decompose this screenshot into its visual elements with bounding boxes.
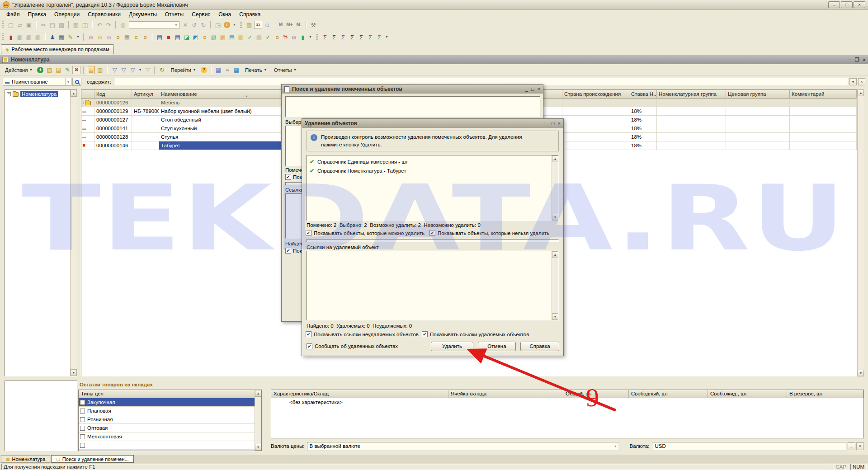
print-doc-icon[interactable]: ▥ [16,33,24,41]
chevron-down-icon[interactable] [65,78,71,85]
doc-person-icon[interactable]: ▤ [156,33,164,41]
windows-icon[interactable]: ◳ [214,21,222,29]
scroll-up-icon[interactable] [858,89,864,96]
price-types-scrollbar[interactable] [255,390,261,451]
toolbar-icon[interactable] [92,21,93,28]
invoice-icon[interactable]: ▤ [228,33,236,41]
bottom-tab-search-delete[interactable]: ▢ Поиск и удаление помечен... [51,455,133,463]
sum-red-icon[interactable]: Σ [321,33,329,41]
sum-store-icon[interactable]: Σ [366,33,374,41]
scroll-up-icon[interactable] [552,251,558,258]
scroll-down-icon[interactable] [858,370,864,376]
edit-calc-icon[interactable]: ✎ [66,33,75,41]
toolbar-icon[interactable] [306,21,307,28]
dialog-maximize-icon[interactable]: □ [552,121,555,126]
memory-icon[interactable]: M [278,21,284,29]
maximize-button[interactable] [841,1,853,8]
tree-icon[interactable]: ▮ [299,33,307,41]
new-document-icon[interactable]: ▢ [7,21,15,29]
checkbox-icon[interactable] [80,434,85,439]
doc-person2-icon[interactable]: ▤ [174,33,182,41]
pricelist-icon[interactable]: ▥ [237,33,245,41]
stock-header-cell[interactable]: Характеристика/Склад [271,390,448,398]
goto-button[interactable]: Перейти [167,66,198,74]
menu-reports[interactable]: Отчеты [165,11,184,18]
paste-icon[interactable]: ▥ [57,21,66,29]
doc-check-icon[interactable]: ✓ [246,33,254,41]
menu-catalogs[interactable]: Справочники [88,11,121,18]
mdi-minimize-icon[interactable]: – [849,57,851,63]
checkbox-icon[interactable] [80,409,85,414]
header-vat[interactable]: Ставка Н... [629,90,657,99]
help-button[interactable]: Справка [520,342,559,351]
filter-history-icon[interactable]: ▽ [128,66,137,74]
currency-field[interactable]: USD [652,442,847,451]
list-columns-icon[interactable]: ▦ [232,66,241,74]
toolbar-icon[interactable] [107,66,108,74]
sum-box-icon[interactable]: Σ [348,33,356,41]
customer-gold-icon[interactable]: ☺ [96,33,104,41]
clear-button[interactable]: × [856,442,864,450]
chevron-down-icon[interactable]: ▾ [384,33,389,41]
chevron-down-icon[interactable]: ▾ [232,21,237,29]
checkbox-icon[interactable] [285,248,291,254]
quick-search-combobox[interactable] [129,21,179,29]
box-icon[interactable]: ■ [165,33,173,41]
toolbar-icon[interactable] [152,33,153,41]
header-country[interactable]: Страна происхождения [562,90,629,99]
toolbar-icon[interactable] [274,21,275,28]
sum-blue-icon[interactable]: Σ [330,33,338,41]
orders-icon[interactable]: ▨ [219,33,227,41]
safe-icon[interactable]: ▮ [7,33,15,41]
undo-icon[interactable]: ↶ [95,21,104,29]
contacts-icon[interactable]: ♟ [48,33,57,41]
add-group-icon[interactable]: ▧ [45,66,53,74]
search-types-box[interactable] [285,96,540,117]
cash-register-icon[interactable]: ▦ [57,33,66,41]
chevron-down-icon[interactable] [613,442,618,450]
scroll-down-icon[interactable] [552,214,558,221]
scroll-up-icon[interactable] [552,155,558,162]
delete-button[interactable]: Удалить [431,342,473,351]
find-user-icon[interactable]: ☺ [263,21,271,29]
menu-file[interactable]: Файл [6,11,20,18]
menu-documents[interactable]: Документы [129,11,157,18]
scroll-up-icon[interactable] [255,390,261,397]
sum-check-icon[interactable]: Σ [375,33,383,41]
header-icon-col[interactable] [81,90,94,99]
filter-value-icon[interactable]: ▽ [119,66,127,74]
customer-pink-icon[interactable]: ☺ [105,33,113,41]
header-article[interactable]: Артикул [132,90,159,99]
dialog-minimize-icon[interactable]: _ [525,86,528,92]
toolbar-icon[interactable] [45,33,46,41]
warehouse-icon[interactable]: ▧ [210,33,218,41]
header-code[interactable]: Код [94,90,132,99]
toolbar-icon[interactable] [68,21,69,28]
mdi-restore-icon[interactable]: ❒ [855,57,859,63]
find-prev-icon[interactable]: ↺ [190,21,198,29]
choose-button[interactable]: … [848,442,855,450]
print-doc2-icon[interactable]: ▥ [25,33,33,41]
sum-people-icon[interactable]: Σ [339,33,347,41]
expander-icon[interactable] [7,92,11,96]
minimize-button[interactable] [828,1,840,8]
checkbox-icon[interactable] [422,331,428,337]
close-button[interactable] [854,1,865,8]
toolbar-icon[interactable] [316,34,318,40]
list-item[interactable]: Справочник Единицы измерения - шт [308,157,551,166]
filter-clear-button[interactable]: × [858,78,865,85]
checkbox-icon[interactable] [306,331,311,337]
help-icon[interactable]: ? [201,67,207,73]
print-preview-icon[interactable]: ◫ [81,21,89,29]
scroll-down-icon[interactable] [71,369,77,376]
filter-dropdown-button[interactable]: ▾ [849,78,857,85]
chevron-down-icon[interactable]: ▾ [137,66,142,74]
dialog-close-icon[interactable]: × [558,121,561,126]
list-scrollbar[interactable] [552,155,558,221]
menu-windows[interactable]: Окна [218,11,231,18]
info-icon[interactable]: i [224,22,230,28]
stock-header-cell[interactable]: Свободный, шт [629,390,708,398]
tree-node-nomenclature[interactable]: Номенклатура [5,90,77,97]
price-type-partial[interactable] [79,441,261,450]
refresh-icon[interactable]: ↻ [158,66,166,74]
